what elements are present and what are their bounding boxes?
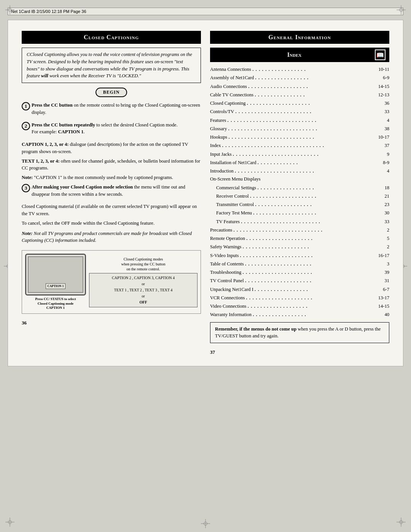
index-entry-page: 40 <box>385 311 390 319</box>
index-entry: S-Video Inputs.......................16-… <box>210 251 389 260</box>
index-entry: Input Jacks...........................9 <box>210 150 389 158</box>
index-title-row: Index 📖 <box>210 48 389 62</box>
illustration-area: CAPTION 1 Press CC/ STATUS to selectClos… <box>22 250 201 314</box>
step-1-number: 1 <box>22 102 30 110</box>
index-entry-name: Video Connections <box>210 302 246 310</box>
step-3-number: 3 <box>22 184 30 192</box>
index-entry-dots: ..................... <box>244 260 387 268</box>
additional-para-2: To cancel, select the OFF mode within th… <box>22 220 201 227</box>
index-entry-name: Input Jacks <box>210 150 232 158</box>
tv-menu-box: CAPTION 1 <box>46 283 66 289</box>
index-entry-dots: ..................... <box>245 234 387 242</box>
index-entry-dots: ..................... <box>242 243 386 251</box>
crop-mark-tl <box>5 5 14 14</box>
caption-item-2: TEXT 1, 2, 3, or 4: often used for chann… <box>22 158 201 172</box>
tv-menu-label: CAPTION 1 <box>48 284 64 288</box>
index-entry-name: Closed Captioning <box>210 99 245 107</box>
index-entry-page: 2 <box>387 243 389 251</box>
index-entry: Features............................4 <box>210 116 389 125</box>
index-entry-name: Precautions <box>210 226 232 234</box>
intro-box: CClosed Captioning allows you to read th… <box>22 48 201 83</box>
index-entry-dots: .................... <box>246 99 384 107</box>
index-entry-name: Introduction <box>210 167 234 175</box>
index-entry-page: 14-15 <box>378 302 389 310</box>
index-entry-name: Features <box>210 117 226 125</box>
index-entry: Assembly of Net1Card.................6-9 <box>210 73 389 82</box>
index-entry-dots: ......................... <box>240 217 384 225</box>
index-entry: Installation of Net1Card.............8-9 <box>210 158 389 167</box>
index-entry-dots: ......................... <box>234 167 387 175</box>
index-entry-name: Troubleshooting <box>210 268 241 276</box>
index-entry-name: Commercial Settings <box>216 184 256 192</box>
right-page-number: 37 <box>210 349 215 355</box>
index-entry: Video Connections...................14-1… <box>210 302 389 310</box>
tv-caption-label: Press CC/ STATUS to selectClosed Caption… <box>35 297 76 310</box>
index-entry: Index................................37 <box>210 141 389 150</box>
index-entry-page: 5 <box>387 235 389 243</box>
index-entry-dots: ........................... <box>232 150 387 158</box>
index-entry-name: VCR Connections <box>210 294 245 302</box>
right-page-number-area: 37 <box>210 349 389 355</box>
index-entry-page: 36 <box>385 99 390 107</box>
index-entry-dots: ................. <box>252 310 384 318</box>
index-entry: Factory Test Menu....................30 <box>210 209 389 217</box>
index-entry: Precautions............................2 <box>210 226 389 234</box>
intro-text-1: CClosed Captioning allows you to read th… <box>27 52 192 78</box>
index-entry-dots: ................... <box>247 82 378 90</box>
index-entry-page: 30 <box>385 209 390 217</box>
index-entry-name: Audio Connections <box>210 83 247 91</box>
index-entry: Commercial Settings..................18 <box>210 184 389 192</box>
index-entry-name: Table of Contents <box>210 260 244 268</box>
index-list: Antenna Connections.................10-1… <box>210 65 389 319</box>
index-entry-page: 39 <box>385 268 390 276</box>
index-entry: TV Control Panel.....................31 <box>210 276 389 285</box>
index-entry: Closed Captioning....................36 <box>210 99 389 107</box>
right-column: General Information Index 📖 Antenna Conn… <box>210 31 389 355</box>
index-entry-dots: ...................... <box>242 268 384 276</box>
index-entry-page: 10-17 <box>378 133 389 141</box>
index-entry: Transmitter Control..................23 <box>210 200 389 209</box>
index-entry-page: 6-7 <box>383 286 389 294</box>
index-entry-page: 33 <box>385 108 390 116</box>
index-entry-dots: ................ <box>254 91 378 99</box>
index-entry-name: Safety Warnings <box>210 243 241 251</box>
index-entry-name: Antenna Connections <box>210 66 251 73</box>
index-entry: Cable TV Connections................12-1… <box>210 91 389 99</box>
index-entry-page: 2 <box>387 226 389 234</box>
cc-modes-box: Closed Captioning modeswhen pressing the… <box>89 257 198 307</box>
index-entry: VCR Connections.....................13-1… <box>210 294 389 302</box>
index-entry-page: 4 <box>387 117 389 125</box>
note-item: Note: "CAPTION 1" is the most commonly u… <box>22 174 201 181</box>
index-entry-page: 21 <box>385 192 390 200</box>
index-entry-name: Unpacking Net1Card I <box>210 286 253 294</box>
index-entry-page: 3 <box>387 260 389 268</box>
index-entry-name: Glossary <box>210 125 227 133</box>
index-entry-page: 38 <box>385 125 390 133</box>
cc-modes-options: CAPTION 2 , CAPTION 3, CAPTION 4 or TEXT… <box>89 273 198 307</box>
tv-screen: CAPTION 1 <box>25 254 86 296</box>
index-entry-dots: ........................ <box>234 107 384 115</box>
index-entry: Safety Warnings.....................2 <box>210 243 389 251</box>
italic-note: Note: Not all TV programs and product co… <box>22 230 201 244</box>
index-entry-page: 9 <box>387 150 389 158</box>
step-1-text: Press the CC button on the remote contro… <box>32 102 201 116</box>
caption-item-1: CAPTION 1, 2, 3, or 4: dialogue (and des… <box>22 141 201 155</box>
index-entry-dots: ................... <box>247 302 378 310</box>
index-entry-name: Receiver Control <box>216 192 249 200</box>
index-entry-page: 6-9 <box>383 74 389 82</box>
index-entry: Antenna Connections.................10-1… <box>210 65 389 73</box>
index-entry-dots: ..................... <box>249 192 384 200</box>
index-entry-name: TV Control Panel <box>210 277 244 285</box>
left-section-title: Closed Captioning <box>22 31 201 44</box>
index-entry: Unpacking Net1Card I.................6-7 <box>210 285 389 294</box>
index-entry-name: On-Screen Menu Displays <box>210 175 261 183</box>
crop-mark-bl <box>5 518 14 527</box>
index-entry-name: TV Features <box>216 218 240 226</box>
index-entry: On-Screen Menu Displays <box>210 175 389 183</box>
crop-mark-br <box>397 518 406 527</box>
two-column-layout: Closed Captioning CClosed Captioning all… <box>22 31 389 355</box>
index-entry-dots: ..................... <box>244 276 384 284</box>
index-entry-dots: ..................... <box>245 294 378 302</box>
tv-inner: CAPTION 1 <box>28 256 83 293</box>
index-entry-dots: .................. <box>256 184 384 192</box>
